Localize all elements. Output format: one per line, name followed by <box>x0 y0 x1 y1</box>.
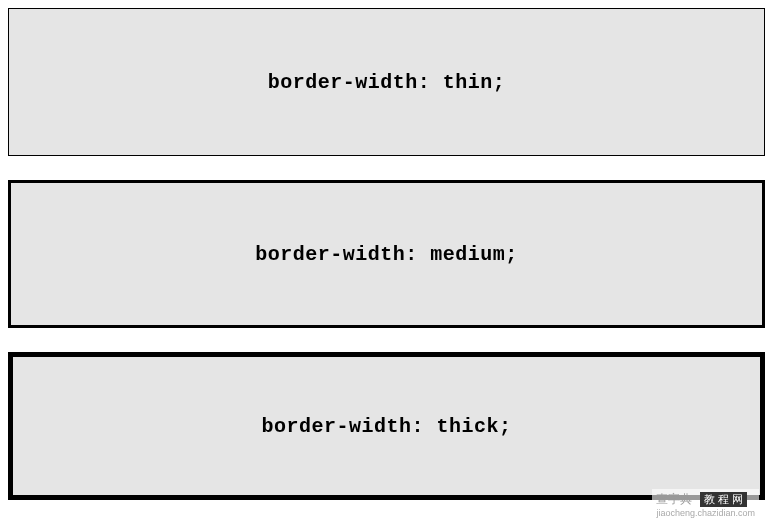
watermark-left: 查字典 <box>656 492 692 506</box>
demo-box-medium: border-width: medium; <box>8 180 765 328</box>
watermark-middle: 教 程 网 <box>700 492 747 507</box>
demo-box-thick: border-width: thick; <box>8 352 765 500</box>
demo-label-thin: border-width: thin; <box>268 71 506 94</box>
watermark: 查字典 教 程 网 jiaocheng.chazidian.com <box>652 489 759 520</box>
watermark-url: jiaocheng.chazidian.com <box>656 508 755 518</box>
demo-label-medium: border-width: medium; <box>255 243 518 266</box>
demo-label-thick: border-width: thick; <box>261 415 511 438</box>
demo-box-thin: border-width: thin; <box>8 8 765 156</box>
